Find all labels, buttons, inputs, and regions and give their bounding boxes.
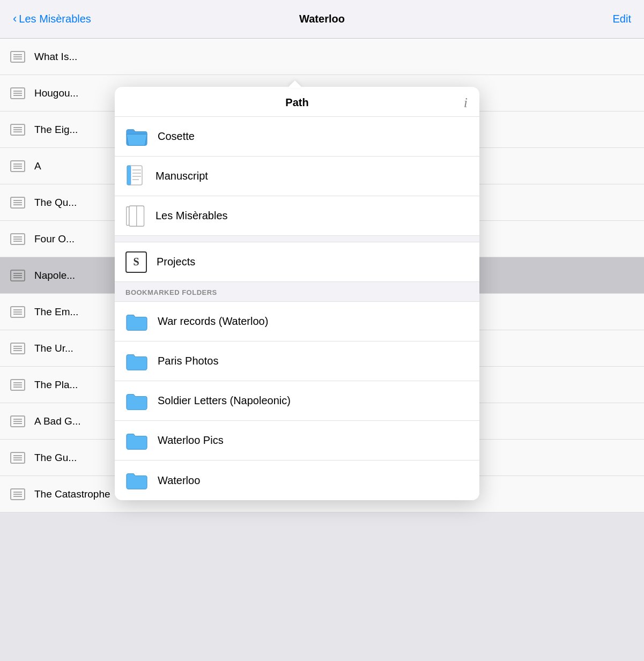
list-item-text: A xyxy=(34,160,41,172)
bookmarked-section-header: BOOKMARKED FOLDERS xyxy=(115,282,479,302)
bookmarked-item-soldier-letters[interactable]: Soldier Letters (Napoleonic) xyxy=(115,381,479,421)
list-item-text: What Is... xyxy=(34,51,77,63)
path-item-label: War records (Waterloo) xyxy=(158,315,268,328)
folder-icon xyxy=(125,351,148,372)
back-chevron-icon: ‹ xyxy=(13,12,17,26)
document-icon xyxy=(10,50,26,64)
path-item-label: Waterloo xyxy=(158,474,200,487)
back-button[interactable]: ‹ Les Misèrables xyxy=(13,12,91,26)
popover-header: Path i xyxy=(115,87,479,117)
navigation-bar: ‹ Les Misèrables Waterloo Edit xyxy=(0,0,644,39)
path-item-label: Cosette xyxy=(158,130,195,143)
manuscript-doc-icon xyxy=(125,165,146,188)
list-item-text: The Qu... xyxy=(34,197,77,209)
popover-title: Path xyxy=(285,96,308,109)
document-icon xyxy=(10,305,26,319)
path-item-label: Soldier Letters (Napoleonic) xyxy=(158,395,291,407)
list-item-text: The Gu... xyxy=(34,452,77,464)
page-title: Waterloo xyxy=(299,13,345,25)
popover-arrow xyxy=(287,80,302,88)
path-item-manuscript[interactable]: Manuscript xyxy=(115,157,479,196)
folder-open-icon xyxy=(125,127,148,147)
list-item-text: The Catastrophe xyxy=(34,488,110,500)
info-icon[interactable]: i xyxy=(464,95,468,111)
svg-rect-58 xyxy=(127,206,129,225)
path-item-cosette[interactable]: Cosette xyxy=(115,117,479,157)
section-label: BOOKMARKED FOLDERS xyxy=(125,288,217,296)
document-icon xyxy=(10,86,26,100)
list-item-text: The Pla... xyxy=(34,379,78,391)
path-item-label: Manuscript xyxy=(156,170,208,182)
path-item-projects[interactable]: S Projects xyxy=(115,242,479,282)
document-icon xyxy=(10,232,26,246)
folder-icon xyxy=(125,430,148,451)
list-item-text: A Bad G... xyxy=(34,415,81,427)
separator xyxy=(115,236,479,242)
document-icon xyxy=(10,451,26,465)
document-icon xyxy=(10,196,26,210)
document-icon xyxy=(10,414,26,428)
folder-icon xyxy=(125,311,148,332)
bookmarked-item-paris-photos[interactable]: Paris Photos xyxy=(115,341,479,381)
bookmarked-item-waterloo-pics[interactable]: Waterloo Pics xyxy=(115,421,479,461)
list-item-text: The Eig... xyxy=(34,124,78,136)
path-item-les-miserables[interactable]: Les Misèrables xyxy=(115,196,479,236)
path-item-label: Projects xyxy=(157,256,195,268)
back-label: Les Misèrables xyxy=(19,13,91,25)
document-icon xyxy=(10,341,26,355)
path-item-label: Les Misèrables xyxy=(156,210,228,222)
bookmarked-item-war-records[interactable]: War records (Waterloo) xyxy=(115,302,479,341)
main-list: What Is... Hougou... The Eig... A xyxy=(0,39,644,661)
path-item-label: Waterloo Pics xyxy=(158,434,224,447)
list-item-text: Four O... xyxy=(34,233,75,245)
list-item-text: The Ur... xyxy=(34,343,73,354)
scrivener-icon: S xyxy=(125,251,147,273)
svg-rect-53 xyxy=(127,166,131,185)
document-icon xyxy=(10,123,26,137)
edit-button[interactable]: Edit xyxy=(613,13,631,25)
document-icon xyxy=(10,487,26,501)
path-popover: Path i Cosette Manuscript xyxy=(115,87,479,500)
notebook-icon xyxy=(125,204,146,228)
document-icon xyxy=(10,378,26,392)
list-item-text: Hougou... xyxy=(34,87,78,99)
list-item-text: The Em... xyxy=(34,306,78,318)
path-item-label: Paris Photos xyxy=(158,355,218,367)
list-item-text: Napole... xyxy=(34,270,75,281)
document-icon xyxy=(10,269,26,283)
folder-icon xyxy=(125,470,148,491)
document-icon xyxy=(10,159,26,173)
bookmarked-item-waterloo[interactable]: Waterloo xyxy=(115,461,479,500)
folder-icon xyxy=(125,391,148,411)
list-item[interactable]: What Is... xyxy=(0,39,644,75)
